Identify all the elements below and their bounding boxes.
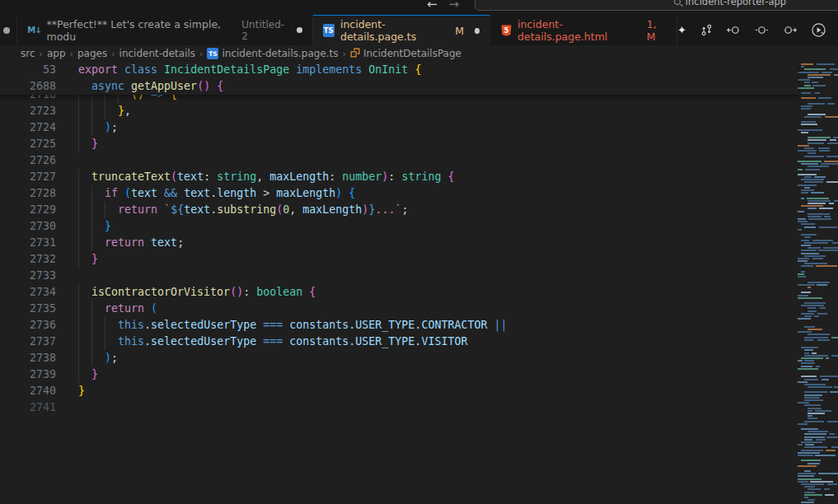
code-line-2727: 2727 truncateText(text: string, maxLengt… xyxy=(0,169,798,185)
line-number: 2736 xyxy=(0,317,56,334)
editor-actions: ✦ xyxy=(677,15,838,45)
command-center-search[interactable]: incident-reporter-app xyxy=(475,0,838,11)
line-number: 2729 xyxy=(0,202,56,218)
breadcrumb: src› app› pages› incident-details› TS in… xyxy=(0,45,838,62)
breadcrumb-file-label: incident-details.page.ts xyxy=(222,48,338,59)
breadcrumb-item-pages[interactable]: pages xyxy=(77,48,107,59)
code-line-2737: 2737 this.selectedUserType === constants… xyxy=(0,334,798,350)
code-line-2734: 2734 isContractorOrVisitor(): boolean { xyxy=(0,284,798,301)
code-line-2738: 2738 ); xyxy=(0,350,798,366)
markdown-icon: M↓ xyxy=(27,26,40,35)
modified-dot-icon xyxy=(3,27,10,34)
chevron-right-icon: › xyxy=(343,49,346,59)
chevron-right-icon: › xyxy=(111,49,115,59)
sticky-scroll[interactable]: 53export class IncidentDetailsPage imple… xyxy=(0,62,798,95)
breadcrumb-item-file[interactable]: TS incident-details.page.ts xyxy=(207,48,338,59)
code-line-2733: 2733 xyxy=(0,268,798,284)
line-number: 2741 xyxy=(0,399,56,416)
line-number: 2724 xyxy=(0,119,56,136)
breadcrumb-item-incident-details[interactable]: incident-details xyxy=(119,48,196,59)
copilot-icon[interactable]: ✦ xyxy=(677,24,686,36)
code-line-2741: 2741 xyxy=(0,399,798,416)
tab-detail: Untitled-2 xyxy=(241,19,286,42)
line-number: 2727 xyxy=(0,169,56,185)
line-number: 2726 xyxy=(0,152,56,169)
tab-label: incident-details.page.ts xyxy=(340,18,449,43)
html-icon: 5 xyxy=(500,24,512,37)
tab-overflow-stub[interactable] xyxy=(0,15,17,45)
code-line-2736: 2736 this.selectedUserType === constants… xyxy=(0,317,798,334)
line-number: 2733 xyxy=(0,268,56,284)
source-control-graph-icon[interactable] xyxy=(700,24,713,36)
line-number: 53 xyxy=(0,62,56,78)
line-number: 2730 xyxy=(0,218,56,235)
open-changes-icon[interactable] xyxy=(755,24,769,36)
code-line-2723: 2723 }, xyxy=(0,103,798,119)
tab-incident-details-page-ts[interactable]: TS incident-details.page.ts M xyxy=(313,15,491,45)
breadcrumb-class-label: IncidentDetailsPage xyxy=(363,48,461,59)
code-line-2725: 2725 } xyxy=(0,136,798,152)
line-number: 2732 xyxy=(0,251,56,268)
editor-group: 53export class IncidentDetailsPage imple… xyxy=(0,62,838,504)
modified-dot-icon xyxy=(297,27,302,33)
command-center-label: incident-reporter-app xyxy=(686,0,786,7)
breadcrumb-item-class[interactable]: IncidentDetailsPage xyxy=(350,48,461,60)
navigate-forward-icon[interactable]: → xyxy=(449,0,460,12)
code-line-2730: 2730 } xyxy=(0,218,798,235)
code-line-2726: 2726 xyxy=(0,152,798,169)
line-number: 2739 xyxy=(0,366,56,383)
symbol-class-icon xyxy=(350,48,360,60)
chevron-right-icon: › xyxy=(199,49,203,59)
navigate-back-icon[interactable]: ← xyxy=(427,0,438,12)
previous-change-icon[interactable] xyxy=(727,24,741,36)
minimap[interactable] xyxy=(798,62,834,504)
code-line-2724: 2724 ); xyxy=(0,119,798,136)
next-change-icon[interactable] xyxy=(783,24,797,36)
tab-label: **Perfect!** Let's create a simple, modu xyxy=(47,18,235,43)
modified-dot-icon xyxy=(475,28,480,34)
code-line-2728: 2728 if (text && text.length > maxLength… xyxy=(0,185,798,202)
title-bar: ← → incident-reporter-app xyxy=(0,0,838,15)
line-number: 2731 xyxy=(0,235,56,251)
code-line-2739: 2739 } xyxy=(0,366,798,383)
breadcrumb-item-app[interactable]: app xyxy=(47,48,66,59)
code-line-2740: 2740} xyxy=(0,383,798,399)
line-number: 2740 xyxy=(0,383,56,399)
code-line-2731: 2731 return text; xyxy=(0,235,798,251)
line-number: 2723 xyxy=(0,103,56,119)
tab-bar: M↓ **Perfect!** Let's create a simple, m… xyxy=(0,15,838,45)
tab-untitled-2[interactable]: M↓ **Perfect!** Let's create a simple, m… xyxy=(17,15,312,45)
breadcrumb-item-src[interactable]: src xyxy=(21,48,35,59)
code-line-53: 53export class IncidentDetailsPage imple… xyxy=(0,62,798,78)
chevron-right-icon: › xyxy=(40,49,43,59)
tab-incident-details-page-html[interactable]: 5 incident-details.page.html 1, M xyxy=(490,15,677,45)
line-number: 2728 xyxy=(0,185,56,202)
line-number: 2737 xyxy=(0,334,56,350)
code-editor[interactable]: 53export class IncidentDetailsPage imple… xyxy=(0,62,798,504)
tab-label: incident-details.page.html xyxy=(517,18,641,43)
code-lines: 2718 () => {2723 },2724 );2725 }27262727… xyxy=(0,62,798,504)
typescript-icon: TS xyxy=(323,24,335,37)
line-number: 2725 xyxy=(0,136,56,152)
line-number: 2738 xyxy=(0,350,56,366)
run-debug-icon[interactable] xyxy=(811,22,826,38)
code-line-2729: 2729 return `${text.substring(0, maxLeng… xyxy=(0,202,798,218)
code-line-2732: 2732 } xyxy=(0,251,798,268)
code-line-2735: 2735 return ( xyxy=(0,301,798,317)
code-line-2688: 2688 async getAppUser() { xyxy=(0,78,798,95)
git-modified-badge: M xyxy=(455,25,464,37)
line-number: 2688 xyxy=(0,78,56,95)
typescript-icon: TS xyxy=(207,48,218,59)
line-number: 2734 xyxy=(0,284,56,301)
problems-modified-badge: 1, M xyxy=(647,18,667,43)
svg-text:5: 5 xyxy=(504,26,509,34)
search-icon xyxy=(674,0,681,5)
chevron-right-icon: › xyxy=(70,49,73,59)
line-number: 2735 xyxy=(0,301,56,317)
